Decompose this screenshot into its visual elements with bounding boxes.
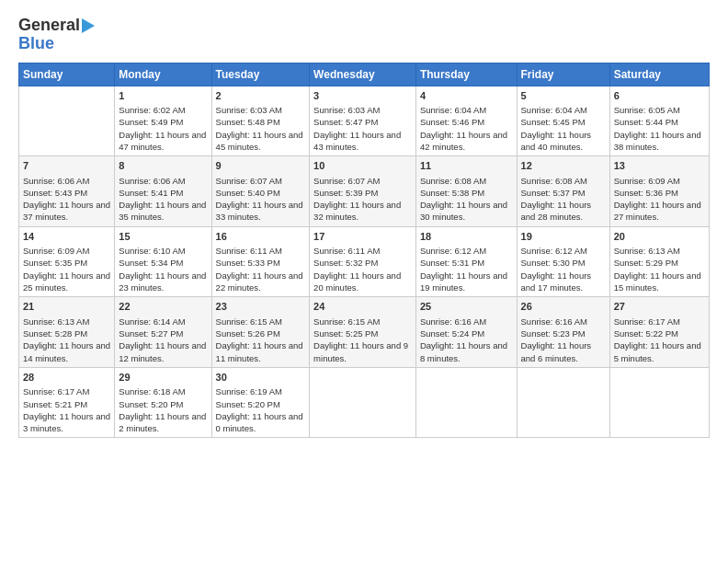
sunset: Sunset: 5:37 PM: [521, 187, 606, 199]
sunset: Sunset: 5:41 PM: [119, 187, 207, 199]
sunset: Sunset: 5:22 PM: [614, 327, 705, 339]
daylight: Daylight: 11 hours and 43 minutes.: [313, 129, 412, 154]
daylight: Daylight: 11 hours and 30 minutes.: [420, 199, 513, 224]
day-cell: 17Sunrise: 6:11 AMSunset: 5:32 PMDayligh…: [310, 226, 416, 297]
day-number: 10: [313, 159, 412, 173]
day-cell: 24Sunrise: 6:15 AMSunset: 5:25 PMDayligh…: [310, 297, 416, 368]
logo-text: General: [18, 17, 80, 35]
day-number: 4: [420, 89, 513, 103]
day-number: 28: [23, 371, 110, 385]
daylight: Daylight: 11 hours and 40 minutes.: [521, 129, 606, 154]
daylight: Daylight: 11 hours and 15 minutes.: [614, 270, 705, 294]
sunset: Sunset: 5:39 PM: [313, 187, 412, 199]
daylight: Daylight: 11 hours and 0 minutes.: [216, 410, 306, 435]
day-number: 16: [216, 230, 306, 244]
day-cell: 10Sunrise: 6:07 AMSunset: 5:39 PMDayligh…: [310, 156, 416, 227]
daylight: Daylight: 11 hours and 33 minutes.: [216, 199, 306, 224]
day-cell: 6Sunrise: 6:05 AMSunset: 5:44 PMDaylight…: [609, 86, 709, 156]
sunrise: Sunrise: 6:02 AM: [119, 104, 207, 116]
day-number: 6: [614, 89, 705, 103]
day-number: 21: [23, 300, 110, 314]
day-number: 13: [614, 159, 705, 173]
sunrise: Sunrise: 6:07 AM: [313, 175, 412, 187]
sunset: Sunset: 5:34 PM: [119, 257, 207, 269]
sunrise: Sunrise: 6:03 AM: [313, 104, 412, 116]
sunrise: Sunrise: 6:09 AM: [614, 175, 705, 187]
sunrise: Sunrise: 6:16 AM: [420, 316, 513, 327]
day-cell: 20Sunrise: 6:13 AMSunset: 5:29 PMDayligh…: [609, 226, 709, 297]
page: General Blue SundayMondayTuesdayWednesda…: [0, 0, 728, 447]
col-header-wednesday: Wednesday: [310, 63, 416, 86]
logo-arrow-icon: [82, 18, 95, 33]
day-cell: 30Sunrise: 6:19 AMSunset: 5:20 PMDayligh…: [211, 367, 310, 438]
day-cell: 21Sunrise: 6:13 AMSunset: 5:28 PMDayligh…: [19, 297, 115, 368]
sunrise: Sunrise: 6:15 AM: [313, 316, 412, 327]
day-number: 1: [119, 89, 207, 103]
week-row-4: 21Sunrise: 6:13 AMSunset: 5:28 PMDayligh…: [19, 297, 710, 368]
sunset: Sunset: 5:20 PM: [216, 398, 306, 410]
daylight: Daylight: 11 hours and 28 minutes.: [521, 199, 606, 224]
sunrise: Sunrise: 6:12 AM: [521, 245, 606, 257]
sunset: Sunset: 5:27 PM: [119, 327, 207, 339]
sunset: Sunset: 5:26 PM: [216, 327, 306, 339]
daylight: Daylight: 11 hours and 22 minutes.: [216, 270, 306, 294]
day-cell: 28Sunrise: 6:17 AMSunset: 5:21 PMDayligh…: [19, 367, 115, 438]
day-cell: 11Sunrise: 6:08 AMSunset: 5:38 PMDayligh…: [415, 156, 517, 227]
day-cell: 19Sunrise: 6:12 AMSunset: 5:30 PMDayligh…: [517, 226, 609, 297]
sunset: Sunset: 5:45 PM: [521, 116, 606, 128]
sunset: Sunset: 5:36 PM: [614, 187, 705, 199]
sunrise: Sunrise: 6:13 AM: [614, 245, 705, 257]
day-number: 12: [521, 159, 606, 173]
daylight: Daylight: 11 hours and 35 minutes.: [119, 199, 207, 224]
day-cell: 15Sunrise: 6:10 AMSunset: 5:34 PMDayligh…: [115, 226, 211, 297]
col-header-monday: Monday: [115, 63, 211, 86]
day-cell: 25Sunrise: 6:16 AMSunset: 5:24 PMDayligh…: [415, 297, 517, 368]
logo: General Blue: [18, 17, 95, 53]
daylight: Daylight: 11 hours and 27 minutes.: [614, 199, 705, 224]
sunrise: Sunrise: 6:15 AM: [216, 316, 306, 327]
sunrise: Sunrise: 6:05 AM: [614, 104, 705, 116]
day-number: 22: [119, 300, 207, 314]
col-header-saturday: Saturday: [609, 63, 709, 86]
sunrise: Sunrise: 6:09 AM: [23, 245, 110, 257]
daylight: Daylight: 11 hours and 19 minutes.: [420, 270, 513, 294]
sunrise: Sunrise: 6:12 AM: [420, 245, 513, 257]
daylight: Daylight: 11 hours and 42 minutes.: [420, 129, 513, 154]
daylight: Daylight: 11 hours and 37 minutes.: [23, 199, 110, 224]
daylight: Daylight: 11 hours and 5 minutes.: [614, 339, 705, 364]
day-number: 8: [119, 159, 207, 173]
day-number: 27: [614, 300, 705, 314]
daylight: Daylight: 11 hours and 11 minutes.: [216, 339, 306, 364]
col-header-sunday: Sunday: [19, 63, 115, 86]
week-row-3: 14Sunrise: 6:09 AMSunset: 5:35 PMDayligh…: [19, 226, 710, 297]
day-number: 14: [23, 230, 110, 244]
sunrise: Sunrise: 6:08 AM: [420, 175, 513, 187]
sunset: Sunset: 5:48 PM: [216, 116, 306, 128]
sunrise: Sunrise: 6:14 AM: [119, 316, 207, 327]
sunset: Sunset: 5:24 PM: [420, 327, 513, 339]
week-row-5: 28Sunrise: 6:17 AMSunset: 5:21 PMDayligh…: [19, 367, 710, 438]
day-number: 15: [119, 230, 207, 244]
header: General Blue: [18, 17, 710, 53]
daylight: Daylight: 11 hours and 45 minutes.: [216, 129, 306, 154]
day-cell: 13Sunrise: 6:09 AMSunset: 5:36 PMDayligh…: [609, 156, 709, 227]
sunrise: Sunrise: 6:11 AM: [216, 245, 306, 257]
day-cell: [19, 86, 115, 156]
calendar-table: SundayMondayTuesdayWednesdayThursdayFrid…: [18, 63, 710, 439]
day-cell: 9Sunrise: 6:07 AMSunset: 5:40 PMDaylight…: [211, 156, 310, 227]
sunset: Sunset: 5:46 PM: [420, 116, 513, 128]
sunrise: Sunrise: 6:10 AM: [119, 245, 207, 257]
day-cell: 16Sunrise: 6:11 AMSunset: 5:33 PMDayligh…: [211, 226, 310, 297]
sunrise: Sunrise: 6:13 AM: [23, 316, 110, 327]
day-cell: 26Sunrise: 6:16 AMSunset: 5:23 PMDayligh…: [517, 297, 609, 368]
day-cell: 23Sunrise: 6:15 AMSunset: 5:26 PMDayligh…: [211, 297, 310, 368]
week-row-1: 1Sunrise: 6:02 AMSunset: 5:49 PMDaylight…: [19, 86, 710, 156]
sunrise: Sunrise: 6:17 AM: [614, 316, 705, 327]
day-cell: 29Sunrise: 6:18 AMSunset: 5:20 PMDayligh…: [115, 367, 211, 438]
day-cell: 22Sunrise: 6:14 AMSunset: 5:27 PMDayligh…: [115, 297, 211, 368]
sunrise: Sunrise: 6:19 AM: [216, 385, 306, 397]
day-cell: [517, 367, 609, 438]
day-cell: 2Sunrise: 6:03 AMSunset: 5:48 PMDaylight…: [211, 86, 310, 156]
sunrise: Sunrise: 6:16 AM: [521, 316, 606, 327]
day-number: 30: [216, 371, 306, 385]
